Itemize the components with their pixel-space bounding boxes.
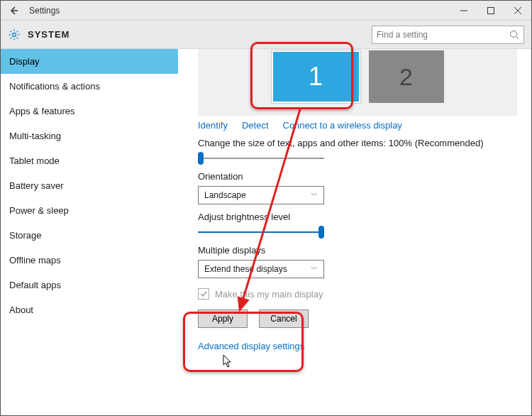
brightness-slider[interactable]	[198, 226, 324, 238]
display-thumb-2[interactable]: 2	[369, 50, 444, 103]
main-display-checkbox[interactable]	[198, 288, 209, 300]
main-display-checkbox-row: Make this my main display	[198, 288, 517, 300]
sidebar-item-battery[interactable]: Battery saver	[1, 173, 178, 198]
scale-label: Change the size of text, apps and other …	[198, 138, 517, 148]
maximize-button[interactable]	[477, 1, 504, 21]
scale-slider[interactable]	[198, 153, 324, 164]
minimize-button[interactable]	[450, 1, 477, 21]
minimize-icon	[460, 7, 467, 14]
search-icon	[509, 30, 519, 40]
search-placeholder: Find a setting	[377, 30, 509, 40]
identify-link[interactable]: Identify	[198, 120, 228, 131]
sidebar-item-apps[interactable]: Apps & features	[1, 99, 178, 124]
main-display-checkbox-label: Make this my main display	[215, 289, 323, 300]
advanced-display-settings-link[interactable]: Advanced display settings	[198, 341, 304, 351]
multiple-displays-select[interactable]: Extend these displays ﹀	[198, 260, 324, 278]
slider-thumb[interactable]	[198, 152, 204, 165]
orientation-select[interactable]: Landscape ﹀	[198, 186, 324, 204]
detect-link[interactable]: Detect	[242, 120, 269, 131]
check-icon	[199, 290, 208, 298]
window-title: Settings	[26, 6, 450, 16]
gear-icon	[8, 28, 21, 41]
sidebar-item-tablet[interactable]: Tablet mode	[1, 148, 178, 173]
window-controls	[450, 1, 531, 21]
svg-point-5	[511, 31, 517, 37]
multiple-displays-value: Extend these displays	[204, 264, 287, 274]
wireless-display-link[interactable]: Connect to a wireless display	[283, 120, 402, 131]
maximize-icon	[487, 7, 494, 14]
section-title: SYSTEM	[28, 29, 70, 40]
sidebar-item-display[interactable]: Display	[1, 49, 178, 74]
sidebar-item-multitasking[interactable]: Multi-tasking	[1, 124, 178, 148]
sidebar-item-power[interactable]: Power & sleep	[1, 198, 178, 223]
cancel-button[interactable]: Cancel	[259, 310, 309, 328]
sidebar: Display Notifications & actions Apps & f…	[1, 49, 178, 415]
sidebar-item-about[interactable]: About	[1, 297, 178, 322]
svg-point-4	[13, 33, 16, 36]
svg-line-6	[516, 36, 519, 39]
arrow-left-icon	[9, 6, 18, 16]
chevron-down-icon: ﹀	[311, 264, 318, 274]
sidebar-item-offline-maps[interactable]: Offline maps	[1, 248, 178, 273]
sidebar-item-default-apps[interactable]: Default apps	[1, 273, 178, 297]
apply-cancel-row: Apply Cancel	[198, 310, 517, 328]
display-arrangement: 1 2	[198, 49, 517, 116]
slider-thumb[interactable]	[318, 226, 324, 239]
apply-button[interactable]: Apply	[198, 310, 248, 328]
brightness-label: Adjust brightness level	[198, 212, 517, 222]
close-button[interactable]	[504, 1, 531, 21]
svg-rect-1	[488, 7, 494, 13]
settings-window: Settings SYSTEM Find a setting Display N…	[0, 0, 532, 416]
close-icon	[514, 7, 521, 14]
search-input[interactable]: Find a setting	[372, 26, 524, 44]
content: Display Notifications & actions Apps & f…	[1, 49, 531, 415]
back-button[interactable]	[1, 1, 26, 21]
sidebar-item-notifications[interactable]: Notifications & actions	[1, 74, 178, 99]
slider-track-line	[198, 158, 324, 159]
orientation-value: Landscape	[204, 190, 246, 200]
advanced-settings-row: Advanced display settings	[198, 341, 517, 351]
chevron-down-icon: ﹀	[311, 190, 318, 200]
titlebar: Settings	[1, 1, 531, 21]
header: SYSTEM Find a setting	[1, 21, 531, 49]
display-links: Identify Detect Connect to a wireless di…	[198, 120, 517, 131]
sidebar-item-storage[interactable]: Storage	[1, 223, 178, 248]
orientation-label: Orientation	[198, 171, 517, 182]
slider-fill	[198, 231, 320, 233]
multiple-displays-label: Multiple displays	[198, 245, 517, 256]
display-thumb-1[interactable]: 1	[272, 50, 360, 103]
main-pane: 1 2 Identify Detect Connect to a wireles…	[178, 49, 531, 415]
